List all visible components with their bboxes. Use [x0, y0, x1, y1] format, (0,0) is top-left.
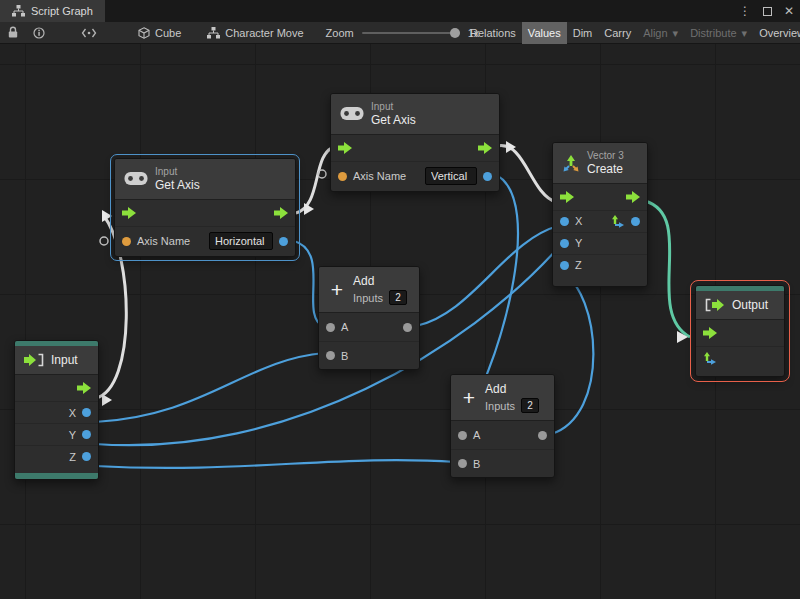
node-header[interactable]: + Add Inputs	[319, 267, 419, 313]
flow-in-port[interactable]	[338, 142, 352, 154]
node-title: Get Axis	[155, 178, 200, 192]
y-output-port[interactable]	[82, 430, 91, 439]
port-y-label: Y	[69, 429, 76, 441]
node-header[interactable]: + Add Inputs	[451, 375, 554, 421]
node-get-axis-vertical[interactable]: Input Get Axis Axis Name	[330, 93, 500, 192]
wire-flow-getaxis-vertical-to-vector3[interactable]	[497, 146, 556, 202]
graph-canvas[interactable]: Input Get Axis Axis Name Input G	[0, 44, 800, 599]
axis-name-input-port[interactable]	[122, 237, 131, 246]
zoom-slider[interactable]	[362, 32, 460, 34]
axis-name-input-port[interactable]	[338, 172, 347, 181]
node-header[interactable]: Input Get Axis	[331, 94, 499, 135]
inputs-count-field[interactable]	[521, 398, 539, 413]
info-button[interactable]	[26, 22, 52, 43]
result-output-port[interactable]	[483, 172, 492, 181]
axis-name-field[interactable]	[209, 232, 273, 250]
node-category: Input	[155, 166, 200, 178]
y-input-port[interactable]	[560, 239, 569, 248]
input-b-port[interactable]	[326, 351, 335, 360]
plus-icon: +	[460, 387, 478, 408]
menu-icon[interactable]: ⋮	[739, 4, 751, 18]
node-graph-output[interactable]: Output	[695, 285, 785, 377]
xyz-axis-icon	[611, 214, 625, 228]
lock-button[interactable]	[0, 22, 26, 43]
x-output-port[interactable]	[82, 408, 91, 417]
node-header[interactable]: Input	[15, 346, 98, 375]
x-input-port[interactable]	[560, 217, 569, 226]
insert-unit-button[interactable]	[74, 22, 104, 43]
node-get-axis-horizontal[interactable]: Input Get Axis Axis Name	[114, 158, 296, 257]
toolbar-toggles: Relations Values Dim Carry Align ▾ Distr…	[464, 22, 800, 44]
gamepad-icon	[340, 106, 364, 121]
node-add-1[interactable]: + Add Inputs A B	[318, 266, 420, 370]
dim-button[interactable]: Dim	[567, 22, 599, 44]
node-graph-input[interactable]: Input X Y Z	[14, 340, 99, 480]
distribute-button[interactable]: Distribute ▾	[684, 22, 753, 44]
result-output-port[interactable]	[279, 237, 288, 246]
wire-flow-getaxis-horizontal-to-vertical[interactable]	[296, 147, 334, 213]
window-controls: ⋮ ✕	[739, 0, 794, 22]
relations-button[interactable]: Relations	[464, 22, 522, 44]
node-header[interactable]: Vector 3 Create	[553, 143, 647, 184]
z-input-port[interactable]	[560, 261, 569, 270]
graph-output-icon	[705, 298, 725, 312]
flow-out-port[interactable]	[626, 191, 640, 203]
graph-input-icon	[24, 353, 44, 367]
node-add-2[interactable]: + Add Inputs A B	[450, 374, 555, 478]
gamepad-icon	[124, 171, 148, 186]
input-b-port[interactable]	[458, 459, 467, 468]
xyz-axis-icon	[703, 351, 717, 365]
tab-bar: Script Graph ⋮ ✕	[0, 0, 800, 22]
script-graph-window: Script Graph ⋮ ✕ Cube Character Move Zoo…	[0, 0, 800, 599]
node-vector3-create[interactable]: Vector 3 Create X Y Z	[552, 142, 648, 287]
inputs-count-field[interactable]	[389, 290, 407, 305]
flow-in-port[interactable]	[122, 207, 136, 219]
carry-button[interactable]: Carry	[598, 22, 637, 44]
node-category: Vector 3	[587, 150, 624, 162]
port-b-label: B	[341, 350, 348, 362]
script-graph-icon	[12, 5, 25, 17]
flow-in-port[interactable]	[560, 191, 574, 203]
flow-out-port[interactable]	[77, 382, 91, 394]
node-title: Get Axis	[371, 113, 416, 127]
close-icon[interactable]: ✕	[784, 4, 794, 18]
character-move-breadcrumb[interactable]: Character Move	[201, 22, 309, 43]
tab-script-graph[interactable]: Script Graph	[0, 0, 105, 22]
node-header[interactable]: Output	[696, 291, 784, 320]
port-z-label: Z	[69, 451, 76, 463]
overview-button[interactable]: Overview	[753, 22, 800, 44]
lock-icon	[7, 26, 19, 39]
flow-out-port[interactable]	[478, 142, 492, 154]
wire-data-add2-to-vector3-z[interactable]	[551, 270, 593, 434]
zoom-slider-knob[interactable]	[450, 28, 460, 38]
unconnected-port-ring[interactable]	[100, 237, 108, 245]
wire-flow-vector3-to-output[interactable]	[645, 201, 690, 337]
wire-data-add1-to-vector3-x[interactable]	[416, 226, 558, 326]
input-a-port[interactable]	[458, 431, 467, 440]
align-button[interactable]: Align ▾	[637, 22, 684, 44]
axis-name-label: Axis Name	[137, 235, 190, 247]
chevron-down-icon: ▾	[742, 27, 748, 40]
wire-data-input-x-to-add1-b[interactable]	[95, 353, 324, 422]
cube-breadcrumb[interactable]: Cube	[132, 22, 187, 43]
port-x-label: X	[69, 407, 76, 419]
maximize-icon[interactable]	[763, 7, 772, 16]
input-a-port[interactable]	[326, 323, 335, 332]
flow-out-port[interactable]	[274, 207, 288, 219]
sum-output-port[interactable]	[538, 431, 547, 440]
values-button[interactable]: Values	[522, 22, 567, 44]
inputs-label: Inputs	[485, 400, 515, 412]
wire-data-input-z-to-add2-b[interactable]	[95, 460, 456, 468]
port-a-label: A	[341, 321, 348, 333]
graph-toolbar: Cube Character Move Zoom 1x Relations Va…	[0, 22, 800, 44]
z-output-port[interactable]	[82, 452, 91, 461]
tab-title: Script Graph	[31, 5, 93, 17]
sum-output-port[interactable]	[403, 323, 412, 332]
node-header[interactable]: Input Get Axis	[115, 159, 295, 200]
vector-output-port[interactable]	[631, 217, 640, 226]
zoom-label: Zoom	[326, 27, 354, 39]
input-node-band	[15, 473, 98, 479]
wire-arrowhead	[102, 394, 112, 406]
flow-in-port[interactable]	[703, 327, 717, 339]
axis-name-field[interactable]	[425, 167, 477, 185]
